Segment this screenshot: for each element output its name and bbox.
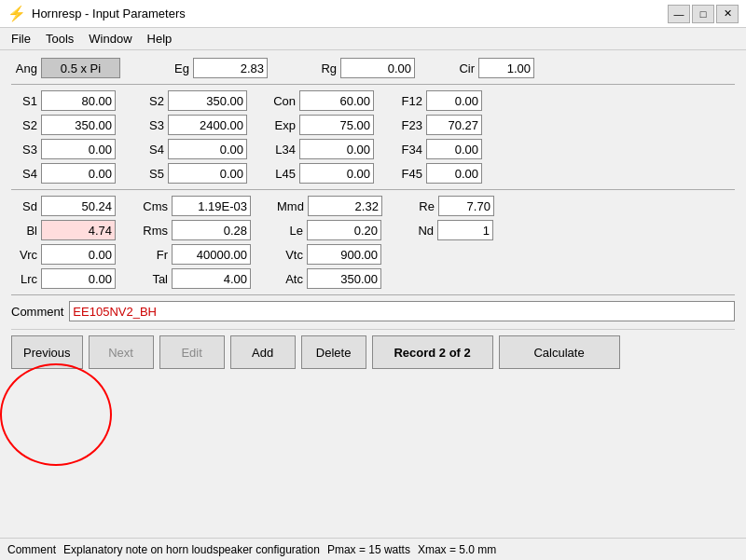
cir-input[interactable] (478, 58, 534, 78)
l34-label: L34 (269, 143, 296, 157)
s5-label: S5 (138, 167, 164, 181)
le-label: Le (277, 224, 303, 238)
close-button[interactable]: ✕ (716, 5, 739, 23)
delete-button[interactable]: Delete (301, 335, 366, 369)
menu-bar: File Tools Window Help (0, 28, 746, 50)
rg-input[interactable] (340, 58, 415, 78)
status-comment-label: Comment (7, 543, 56, 556)
maximize-button[interactable]: □ (692, 5, 714, 23)
window-title: Hornresp - Input Parameters (32, 7, 186, 20)
cir-label: Cir (449, 61, 475, 75)
f12-input[interactable] (426, 90, 482, 111)
s2-label: S2 (11, 118, 37, 132)
menu-file[interactable]: File (4, 30, 38, 48)
re-input[interactable] (438, 196, 494, 216)
minimize-button[interactable]: — (668, 5, 690, 23)
title-bar: ⚡ Hornresp - Input Parameters — □ ✕ (0, 0, 746, 28)
f34-label: F34 (396, 143, 422, 157)
cms-input[interactable] (172, 196, 251, 216)
tal-input[interactable] (172, 268, 251, 289)
bl-input[interactable] (41, 220, 116, 240)
comment-row: Comment (11, 301, 735, 321)
lrc-input[interactable] (41, 268, 116, 289)
status-bar: Comment Explanatory note on horn loudspe… (0, 538, 746, 560)
add-button[interactable]: Add (230, 335, 296, 369)
eg-input[interactable] (193, 58, 268, 78)
comment-input[interactable] (69, 301, 735, 321)
s5-input[interactable] (168, 163, 247, 184)
re-label: Re (408, 199, 435, 213)
bl-label: Bl (11, 224, 37, 238)
status-pmax: Pmax = 15 watts (327, 543, 410, 556)
s4-input[interactable] (41, 163, 116, 184)
l34-input[interactable] (299, 139, 374, 159)
s2-top-label: S2 (138, 94, 164, 108)
s2-input[interactable] (41, 115, 116, 135)
nd-label: Nd (408, 224, 434, 238)
mmd-input[interactable] (308, 196, 382, 216)
main-content: Ang 0.5 x Pi Eg Rg Cir S1 (0, 50, 746, 376)
fr-input[interactable] (172, 244, 251, 265)
ang-value: 0.5 x Pi (41, 58, 120, 78)
rg-label: Rg (311, 61, 337, 75)
status-comment-text: Explanatory note on horn loudspeaker con… (63, 543, 320, 556)
f23-input[interactable] (426, 115, 482, 135)
ang-label: Ang (11, 61, 37, 75)
menu-tools[interactable]: Tools (38, 30, 81, 48)
fr-label: Fr (142, 248, 168, 262)
s4-top-label: S4 (138, 143, 164, 157)
s3-input[interactable] (41, 139, 116, 159)
s1-label: S1 (11, 94, 37, 108)
f23-label: F23 (396, 118, 422, 132)
s2-top-input[interactable] (168, 90, 247, 111)
le-input[interactable] (307, 220, 381, 240)
vrc-input[interactable] (41, 244, 116, 265)
calculate-button[interactable]: Calculate (499, 335, 620, 369)
exp-label: Exp (269, 118, 296, 132)
nd-input[interactable] (437, 220, 493, 240)
window-controls: — □ ✕ (668, 5, 739, 23)
comment-label: Comment (11, 305, 63, 319)
lrc-label: Lrc (11, 272, 37, 286)
vrc-label: Vrc (11, 248, 37, 262)
button-row: Previous Next Edit Add Delete Record 2 o… (11, 329, 735, 369)
mmd-label: Mmd (277, 199, 304, 213)
cms-label: Cms (142, 199, 168, 213)
f12-label: F12 (396, 94, 422, 108)
rms-label: Rms (142, 224, 168, 238)
l45-label: L45 (269, 167, 296, 181)
menu-help[interactable]: Help (140, 30, 180, 48)
con-input[interactable] (299, 90, 374, 111)
vtc-label: Vtc (277, 248, 303, 262)
atc-input[interactable] (307, 268, 381, 289)
rms-input[interactable] (172, 220, 251, 240)
menu-window[interactable]: Window (81, 30, 139, 48)
app-icon: ⚡ (7, 5, 26, 22)
tal-label: Tal (142, 272, 168, 286)
sd-label: Sd (11, 199, 37, 213)
s3-top-input[interactable] (168, 115, 247, 135)
edit-button[interactable]: Edit (159, 335, 225, 369)
exp-input[interactable] (299, 115, 374, 135)
l45-input[interactable] (299, 163, 374, 184)
s4-top-input[interactable] (168, 139, 247, 159)
circle-annotation (0, 363, 112, 466)
vtc-input[interactable] (307, 244, 381, 265)
s4-label: S4 (11, 167, 37, 181)
s1-input[interactable] (41, 90, 116, 111)
next-button[interactable]: Next (89, 335, 154, 369)
con-label: Con (269, 94, 296, 108)
s3-top-label: S3 (138, 118, 164, 132)
eg-label: Eg (163, 61, 189, 75)
record-button: Record 2 of 2 (372, 335, 493, 369)
sd-input[interactable] (41, 196, 116, 216)
atc-label: Atc (277, 272, 303, 286)
f34-input[interactable] (426, 139, 482, 159)
f45-label: F45 (396, 167, 422, 181)
s3-label: S3 (11, 143, 37, 157)
status-xmax: Xmax = 5.0 mm (418, 543, 496, 556)
previous-button[interactable]: Previous (11, 335, 83, 369)
f45-input[interactable] (426, 163, 482, 184)
